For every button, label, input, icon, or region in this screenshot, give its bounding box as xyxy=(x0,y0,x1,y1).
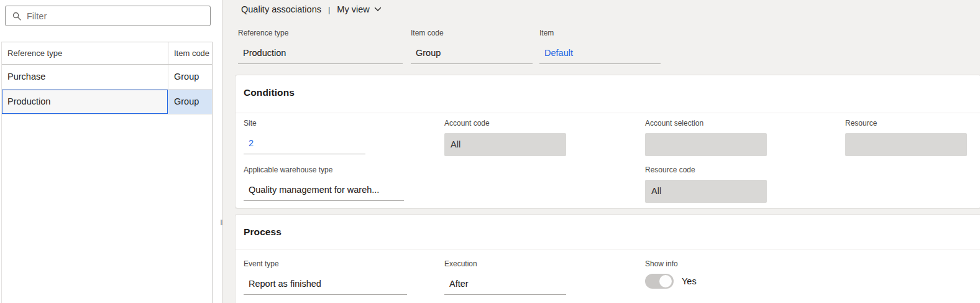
site-input[interactable]: 2 xyxy=(244,133,365,154)
field-account-selection: Account selection xyxy=(645,119,767,156)
field-label: Event type xyxy=(244,259,407,268)
field-label: Item code xyxy=(411,29,533,37)
cell-item-code[interactable]: Group xyxy=(168,65,212,89)
section-divider xyxy=(236,249,980,249)
cell-reference-type[interactable]: Production xyxy=(2,90,168,114)
records-grid: Reference type Item code Purchase Group … xyxy=(1,42,213,303)
detail-panel: Quality associations | My view Reference… xyxy=(222,0,980,303)
field-account-code: Account code All xyxy=(444,119,566,156)
process-section: Process Event type Report as finished Ex… xyxy=(235,214,980,303)
field-label: Execution xyxy=(444,259,566,268)
page-header: Quality associations | My view xyxy=(241,4,382,14)
field-label: Show info xyxy=(645,259,794,268)
field-label: Applicable warehouse type xyxy=(244,165,404,174)
account-selection-input-disabled xyxy=(645,133,767,156)
field-resource-code: Resource code All xyxy=(645,165,767,203)
item-code-input[interactable]: Group xyxy=(411,43,533,64)
resource-input-disabled xyxy=(845,133,967,156)
field-label: Resource xyxy=(845,119,967,128)
show-info-toggle[interactable] xyxy=(645,274,674,289)
field-item-code: Item code Group xyxy=(411,29,533,64)
resource-code-input-disabled: All xyxy=(645,180,767,203)
field-label: Account selection xyxy=(645,119,767,128)
field-show-info: Show info Yes xyxy=(645,259,794,289)
field-label: Resource code xyxy=(645,165,767,174)
view-selector[interactable]: My view xyxy=(337,4,381,14)
field-label: Account code xyxy=(444,119,566,128)
section-divider xyxy=(236,113,980,113)
column-header-item-code[interactable]: Item code xyxy=(168,42,212,64)
field-item: Item Default xyxy=(539,29,661,64)
field-applicable-warehouse-type: Applicable warehouse type Quality manage… xyxy=(244,165,404,201)
page-title: Quality associations xyxy=(241,4,321,14)
field-label: Item xyxy=(539,29,661,37)
column-header-reference-type[interactable]: Reference type xyxy=(2,42,168,64)
execution-input[interactable]: After xyxy=(444,274,566,295)
event-type-input[interactable]: Report as finished xyxy=(244,274,407,295)
item-link[interactable]: Default xyxy=(539,43,661,64)
table-row[interactable]: Purchase Group xyxy=(2,65,212,90)
account-code-input-disabled: All xyxy=(444,133,566,156)
filter-field[interactable] xyxy=(5,6,211,26)
field-execution: Execution After xyxy=(444,259,566,295)
field-site: Site 2 xyxy=(244,119,365,154)
field-label: Site xyxy=(244,119,365,128)
reference-type-input[interactable]: Production xyxy=(238,43,403,64)
process-section-title[interactable]: Process xyxy=(244,226,282,238)
filter-input[interactable] xyxy=(27,11,210,21)
applicable-warehouse-type-input[interactable]: Quality management for wareh... xyxy=(244,180,404,201)
field-label: Reference type xyxy=(238,29,403,37)
list-panel: Reference type Item code Purchase Group … xyxy=(0,0,213,303)
chevron-down-icon xyxy=(374,7,382,12)
field-event-type: Event type Report as finished xyxy=(244,259,407,295)
view-selector-label: My view xyxy=(337,4,369,14)
search-icon xyxy=(12,12,21,21)
cell-reference-type[interactable]: Purchase xyxy=(2,65,168,89)
conditions-section: Conditions Site 2 Account code All Accou… xyxy=(235,75,980,208)
header-divider: | xyxy=(328,5,330,14)
conditions-section-title[interactable]: Conditions xyxy=(244,87,295,98)
table-row-selected[interactable]: Production Group xyxy=(2,90,212,114)
cell-item-code[interactable]: Group xyxy=(168,90,212,114)
field-reference-type: Reference type Production xyxy=(238,29,403,64)
toggle-knob xyxy=(659,275,672,287)
field-resource: Resource xyxy=(845,119,967,156)
grid-header-row: Reference type Item code xyxy=(2,42,212,65)
show-info-toggle-value: Yes xyxy=(682,276,697,286)
